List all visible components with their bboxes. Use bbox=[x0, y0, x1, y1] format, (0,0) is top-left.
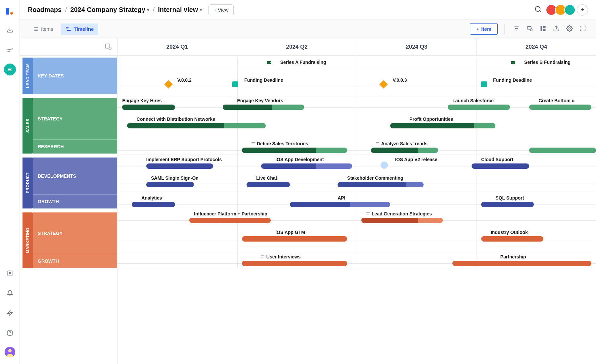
search-icon[interactable] bbox=[532, 4, 544, 16]
bell-icon[interactable] bbox=[4, 287, 16, 299]
gantt-bar[interactable] bbox=[242, 236, 347, 242]
milestone-square-icon[interactable] bbox=[481, 81, 487, 87]
bar-connect-dist[interactable]: Connect with Distribution Networks bbox=[137, 116, 215, 122]
bar-sql[interactable]: SQL Support bbox=[495, 195, 524, 201]
bar-live-chat[interactable]: Live Chat bbox=[256, 175, 277, 181]
svg-rect-25 bbox=[541, 26, 542, 31]
layout-icon[interactable] bbox=[538, 23, 548, 35]
breadcrumb: Roadmaps / 2024 Company Strategy▾ / Inte… bbox=[28, 6, 202, 14]
filter-icon[interactable] bbox=[511, 23, 522, 35]
bar-create-bottom[interactable]: Create Bottom u bbox=[538, 98, 574, 103]
gantt-bar[interactable] bbox=[448, 105, 510, 110]
gantt-bar[interactable] bbox=[529, 148, 596, 153]
bar-partnership[interactable]: Partnership bbox=[500, 254, 526, 259]
gantt-bar[interactable] bbox=[146, 182, 194, 187]
gantt-bar[interactable] bbox=[122, 105, 175, 110]
milestone-diamond-icon[interactable] bbox=[380, 80, 388, 88]
bar-saml[interactable]: SAML Single Sign-On bbox=[151, 175, 199, 181]
avatar[interactable] bbox=[564, 4, 575, 16]
gantt-bar[interactable] bbox=[247, 182, 290, 187]
gantt-bar[interactable] bbox=[481, 236, 543, 242]
milestone-v003[interactable]: V.0.0.3 bbox=[392, 77, 407, 83]
bar-stakeholder[interactable]: Stakeholder Commenting bbox=[347, 175, 403, 181]
lane-row-m-strategy[interactable]: STRATEGY bbox=[33, 212, 117, 254]
add-item-button[interactable]: +Item bbox=[470, 23, 498, 35]
gantt-bar[interactable] bbox=[529, 105, 591, 110]
bar-influencer[interactable]: Influencer Platform + Partnership bbox=[194, 211, 267, 216]
gantt-bar[interactable] bbox=[261, 163, 352, 169]
gantt-bar[interactable] bbox=[361, 218, 443, 223]
lane-row-m-growth[interactable]: GROWTH bbox=[33, 254, 117, 268]
milestone-square-icon[interactable] bbox=[232, 81, 238, 87]
gantt-bar[interactable] bbox=[127, 123, 266, 128]
gantt-bar[interactable] bbox=[242, 261, 347, 266]
gantt-bar[interactable] bbox=[338, 182, 424, 187]
milestone-series-b[interactable]: Series B Fundraising bbox=[524, 60, 571, 65]
gantt-bar[interactable] bbox=[132, 202, 175, 207]
milestone-dot-icon[interactable] bbox=[381, 161, 388, 169]
milestone-funding1[interactable]: Funding Deadline bbox=[244, 77, 283, 83]
lane-row-research[interactable]: RESEARCH bbox=[33, 140, 117, 154]
bolt-icon[interactable] bbox=[4, 307, 16, 319]
user-avatar[interactable] bbox=[5, 347, 15, 357]
gantt-bar[interactable] bbox=[242, 148, 347, 153]
svg-rect-27 bbox=[543, 29, 545, 31]
breadcrumb-project[interactable]: 2024 Company Strategy▾ bbox=[70, 6, 149, 14]
bar-ios-gtm[interactable]: iOS App GTM bbox=[275, 230, 305, 235]
roadmap-icon[interactable] bbox=[4, 64, 16, 75]
gantt-bar[interactable] bbox=[290, 202, 390, 207]
bar-engage-hires[interactable]: Engage Key Hires bbox=[122, 98, 161, 103]
add-view-button[interactable]: + View bbox=[208, 4, 233, 15]
bar-cloud[interactable]: Cloud Support bbox=[481, 157, 513, 162]
tab-items[interactable]: Items bbox=[28, 23, 58, 35]
bar-user-int[interactable]: User Interviews bbox=[261, 254, 301, 259]
bar-ios-v2[interactable]: IOS App V2 release bbox=[395, 157, 437, 162]
fullscreen-icon[interactable] bbox=[577, 23, 588, 35]
milestone-diamond-icon[interactable] bbox=[164, 80, 172, 88]
gantt-bar[interactable] bbox=[452, 261, 591, 266]
bar-define-territories[interactable]: Define Sales Territories bbox=[252, 141, 308, 146]
gantt-bar[interactable] bbox=[223, 105, 304, 110]
milestone-funding2[interactable]: Funding Deadline bbox=[493, 77, 532, 83]
link-settings-icon[interactable] bbox=[525, 23, 535, 35]
flag-icon[interactable] bbox=[510, 60, 518, 69]
bar-engage-vendors[interactable]: Engage Key Vendors bbox=[237, 98, 283, 103]
bar-analyze-trends[interactable]: Analyze Sales trends bbox=[376, 141, 428, 146]
bar-erp[interactable]: Implement ERP Support Protocols bbox=[146, 157, 222, 162]
gantt-bar[interactable] bbox=[472, 163, 529, 169]
gantt-bar[interactable] bbox=[371, 148, 438, 153]
tab-timeline[interactable]: Timeline bbox=[61, 23, 99, 35]
lane-row-developments[interactable]: DEVELOPMENTS bbox=[33, 158, 117, 195]
gear-icon[interactable] bbox=[564, 23, 575, 35]
calendar-settings-icon[interactable] bbox=[105, 43, 112, 51]
lane-row-key-dates[interactable]: KEY DATES bbox=[33, 58, 117, 94]
bar-ios-dev[interactable]: iOS App Development bbox=[275, 157, 324, 162]
help-icon[interactable] bbox=[4, 327, 16, 339]
flag-icon[interactable] bbox=[266, 60, 274, 69]
lane-label-lead: LEAD TEAM bbox=[23, 58, 33, 94]
export-icon[interactable] bbox=[551, 23, 562, 35]
bar-api[interactable]: API bbox=[338, 195, 345, 201]
breadcrumb-root[interactable]: Roadmaps bbox=[28, 6, 62, 14]
bar-industry[interactable]: Industry Outlook bbox=[491, 230, 528, 235]
contacts-icon[interactable] bbox=[4, 267, 16, 279]
breadcrumb-view[interactable]: Internal view▾ bbox=[158, 6, 202, 14]
gantt-bar[interactable] bbox=[189, 218, 271, 223]
svg-point-6 bbox=[9, 272, 10, 273]
app-logo[interactable] bbox=[5, 7, 15, 16]
bar-launch-salesforce[interactable]: Launch Salesforce bbox=[452, 98, 494, 103]
lane-row-strategy[interactable]: STRATEGY bbox=[33, 98, 117, 140]
add-collaborator-button[interactable]: + bbox=[577, 4, 588, 16]
bar-profit-opp[interactable]: Profit Opportunities bbox=[409, 116, 453, 122]
download-icon[interactable] bbox=[4, 24, 16, 36]
gantt-bar[interactable] bbox=[481, 202, 534, 207]
milestone-series-a[interactable]: Series A Fundraising bbox=[280, 60, 326, 65]
list-check-icon[interactable] bbox=[4, 44, 16, 56]
gantt-bar[interactable] bbox=[390, 123, 495, 128]
bar-analytics[interactable]: Analytics bbox=[141, 195, 162, 201]
milestone-v002[interactable]: V.0.0.2 bbox=[177, 77, 192, 83]
lane-row-growth[interactable]: GROWTH bbox=[33, 195, 117, 208]
gantt-bar[interactable] bbox=[146, 163, 213, 169]
bar-lead-gen[interactable]: Lead Generation Strategies bbox=[366, 211, 432, 216]
svg-point-28 bbox=[569, 28, 571, 29]
